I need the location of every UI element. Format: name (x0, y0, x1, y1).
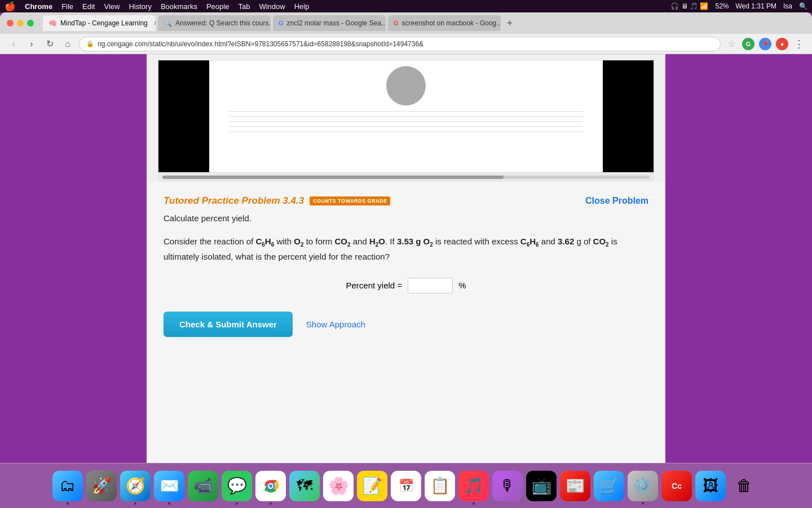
menubar-bookmarks[interactable]: Bookmarks (161, 2, 197, 11)
menubar-view[interactable]: View (104, 2, 120, 11)
dock-item-calendar[interactable]: 📅 (391, 471, 421, 501)
menubar-right: 🎧 🖥 🎵 📶 52% Wed 1:31 PM Isa 🔍 (670, 2, 807, 10)
minimize-window-button[interactable] (17, 20, 24, 27)
content-line-2 (229, 116, 583, 117)
extension-google-icon[interactable]: G (742, 38, 754, 50)
scrollbar-thumb[interactable] (162, 176, 504, 179)
menubar-file[interactable]: File (61, 2, 73, 11)
extension-tab-icon[interactable]: 📌 (759, 38, 771, 50)
practice-section: Tutored Practice Problem 3.4.3 COUNTS TO… (147, 182, 665, 463)
tab-answered[interactable]: 🔍 Answered: Q Search this cours... ✕ (158, 15, 271, 31)
dock-item-appstore[interactable]: 🛒 (594, 471, 624, 501)
tab-screenshot[interactable]: G screenshot on macbook - Goog... ✕ (388, 15, 501, 31)
dock-item-iphoto[interactable]: 🖼 (695, 471, 726, 501)
refresh-button[interactable]: ↻ (43, 37, 56, 51)
dock-item-mail[interactable]: ✉️ (154, 471, 184, 501)
problem-body: Consider the reaction of C6H6 with O2 to… (164, 234, 648, 264)
tab-mindtap-label: MindTap - Cengage Learning (60, 19, 148, 27)
preferences-dot (642, 502, 644, 505)
mail-icon: ✉️ (160, 476, 179, 495)
avatar-circle (386, 66, 426, 106)
menubar-history[interactable]: History (129, 2, 151, 11)
safari-dot (134, 502, 136, 505)
back-button[interactable]: ‹ (7, 37, 20, 51)
dock-item-tv[interactable]: 📺 (526, 471, 557, 501)
menubar-window[interactable]: Window (259, 2, 285, 11)
close-window-button[interactable] (7, 20, 14, 27)
reminders-icon: 📋 (430, 476, 450, 495)
music-icon: 🎵 (464, 476, 484, 495)
forward-button[interactable]: › (25, 37, 38, 51)
menubar-battery: 52% (715, 2, 729, 10)
new-tab-button[interactable]: + (503, 16, 517, 30)
content-line-1 (229, 111, 583, 112)
tab-mindtap-close[interactable]: ✕ (153, 20, 156, 27)
tab-zncl2[interactable]: G zncl2 molar mass - Google Sea... ✕ (273, 15, 386, 31)
extension-profile-icon[interactable]: ● (776, 38, 788, 50)
menubar-people[interactable]: People (206, 2, 229, 11)
content-top-area (158, 60, 654, 173)
answer-label: Percent yield = (346, 281, 403, 290)
tab-answered-label: Answered: Q Search this cours... (175, 19, 271, 27)
dock-item-launchpad[interactable]: 🚀 (86, 471, 117, 501)
tab-mindtap[interactable]: 🧠 MindTap - Cengage Learning ✕ (43, 15, 156, 31)
safari-icon: 🧭 (126, 476, 145, 495)
dock-item-maps[interactable]: 🗺 (289, 471, 320, 501)
menubar-help[interactable]: Help (294, 2, 310, 11)
maps-icon: 🗺 (297, 476, 312, 495)
dock-item-notes[interactable]: 📝 (357, 471, 387, 501)
dock-item-reminders[interactable]: 📋 (425, 471, 455, 501)
more-menu-icon[interactable]: ⋮ (793, 38, 805, 50)
apple-menu[interactable]: 🍎 (5, 1, 16, 12)
iphoto-icon: 🖼 (703, 476, 718, 495)
dock-item-preferences[interactable]: ⚙️ (628, 471, 658, 501)
trash-icon: 🗑 (736, 476, 752, 495)
menubar: 🍎 Chrome File Edit View History Bookmark… (0, 0, 812, 12)
menubar-edit[interactable]: Edit (82, 2, 95, 11)
menubar-chrome[interactable]: Chrome (25, 2, 52, 11)
tabs-bar: 🧠 MindTap - Cengage Learning ✕ 🔍 Answere… (43, 15, 805, 31)
close-problem-link[interactable]: Close Problem (585, 196, 648, 206)
messages-dot (236, 502, 238, 505)
maximize-window-button[interactable] (27, 20, 34, 27)
show-approach-link[interactable]: Show Approach (306, 319, 365, 329)
tab-screenshot-label: screenshot on macbook - Goog... (402, 19, 501, 27)
dock-item-finder[interactable]: 🗂 (52, 471, 83, 501)
menubar-search-icon[interactable]: 🔍 (799, 2, 807, 10)
content-inner (158, 60, 654, 172)
dock-item-safari[interactable]: 🧭 (120, 471, 151, 501)
url-text: ng.cengage.com/static/nb/ui/evo/index.ht… (98, 40, 713, 48)
dock-item-trash[interactable]: 🗑 (729, 471, 760, 501)
dock-item-creative[interactable]: Cc (661, 471, 692, 501)
percent-yield-input[interactable] (408, 278, 453, 294)
dock-item-music[interactable]: 🎵 (458, 471, 489, 501)
notes-icon: 📝 (363, 476, 382, 495)
home-button[interactable]: ⌂ (61, 37, 74, 51)
submit-answer-button[interactable]: Check & Submit Answer (164, 312, 293, 337)
problem-header: Tutored Practice Problem 3.4.3 COUNTS TO… (164, 195, 648, 207)
calendar-icon: 📅 (399, 479, 414, 493)
star-icon[interactable]: ☆ (725, 38, 738, 50)
problem-subtitle: Calculate percent yield. (164, 213, 648, 223)
dock-item-facetime[interactable]: 📹 (188, 471, 218, 501)
black-right-bar (603, 60, 654, 172)
dock-item-photos[interactable]: 🌸 (323, 471, 354, 501)
content-line-5 (229, 132, 583, 132)
dock-item-messages[interactable]: 💬 (222, 471, 252, 501)
dock-item-news[interactable]: 📰 (560, 471, 590, 501)
appstore-icon: 🛒 (599, 476, 619, 495)
url-bar[interactable]: 🔒 ng.cengage.com/static/nb/ui/evo/index.… (79, 37, 721, 51)
svg-point-3 (269, 484, 272, 488)
menubar-time: Wed 1:31 PM (736, 2, 776, 10)
preferences-icon: ⚙️ (633, 476, 653, 495)
action-row: Check & Submit Answer Show Approach (164, 312, 648, 337)
dock-item-chrome[interactable] (255, 471, 286, 501)
content-lines (229, 111, 583, 132)
menubar-tab[interactable]: Tab (238, 2, 250, 11)
percent-unit: % (458, 281, 466, 290)
photos-icon: 🌸 (328, 476, 349, 496)
scrollbar-area (158, 173, 654, 182)
dock-item-podcasts[interactable]: 🎙 (492, 471, 523, 501)
browser-page: Tutored Practice Problem 3.4.3 COUNTS TO… (147, 54, 665, 463)
scrollbar-track[interactable] (162, 176, 650, 179)
